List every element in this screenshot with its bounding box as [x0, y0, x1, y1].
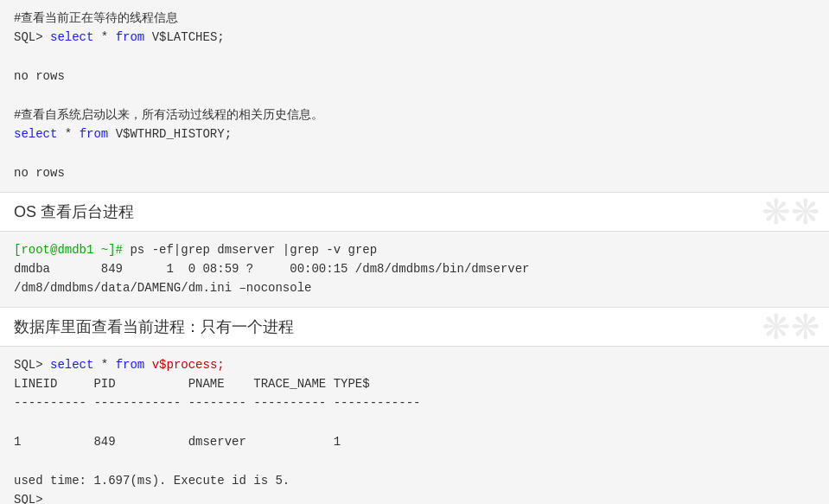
code-line	[14, 144, 815, 163]
code-line: used time: 1.697(ms). Execute id is 5.	[14, 471, 815, 490]
code-line: no rows	[14, 67, 815, 86]
code-block-3: SQL> select * from v$process; LINEID PID…	[0, 347, 829, 504]
code-line	[14, 452, 815, 471]
code-line	[14, 48, 815, 67]
code-line	[14, 86, 815, 105]
code-line: dmdba 849 1 0 08:59 ? 00:00:15 /dm8/dmdb…	[14, 259, 815, 278]
code-line: select * from V$WTHRD_HISTORY;	[14, 124, 815, 144]
code-line: LINEID PID PNAME TRACE_NAME TYPE$	[14, 374, 815, 393]
code-line: SQL> select * from V$LATCHES;	[14, 28, 815, 47]
code-line: [root@dmdb1 ~]# ps -ef|grep dmserver |gr…	[14, 240, 815, 259]
code-block-1: #查看当前正在等待的线程信息 SQL> select * from V$LATC…	[0, 0, 829, 193]
code-line: SQL> select * from v$process;	[14, 355, 815, 374]
code-line: ---------- ------------ -------- -------…	[14, 393, 815, 412]
code-line: #查看自系统启动以来，所有活动过线程的相关历史信息。	[14, 105, 815, 124]
code-line: /dm8/dmdbms/data/DAMENG/dm.ini –noconsol…	[14, 278, 815, 297]
section-heading-1: OS 查看后台进程 ❋❋	[0, 193, 829, 232]
code-line	[14, 413, 815, 432]
watermark-1: ❋❋	[762, 192, 820, 232]
page-container: #查看当前正在等待的线程信息 SQL> select * from V$LATC…	[0, 0, 829, 504]
heading-text-2: 数据库里面查看当前进程：只有一个进程	[14, 316, 294, 337]
code-line: 1 849 dmserver 1	[14, 432, 815, 451]
watermark-2: ❋❋	[762, 307, 820, 347]
code-line: SQL>	[14, 490, 815, 504]
section-heading-2: 数据库里面查看当前进程：只有一个进程 ❋❋	[0, 308, 829, 347]
code-line: #查看当前正在等待的线程信息	[14, 9, 815, 28]
heading-text-1: OS 查看后台进程	[14, 201, 134, 222]
code-block-2: [root@dmdb1 ~]# ps -ef|grep dmserver |gr…	[0, 232, 829, 308]
code-line: no rows	[14, 163, 815, 182]
